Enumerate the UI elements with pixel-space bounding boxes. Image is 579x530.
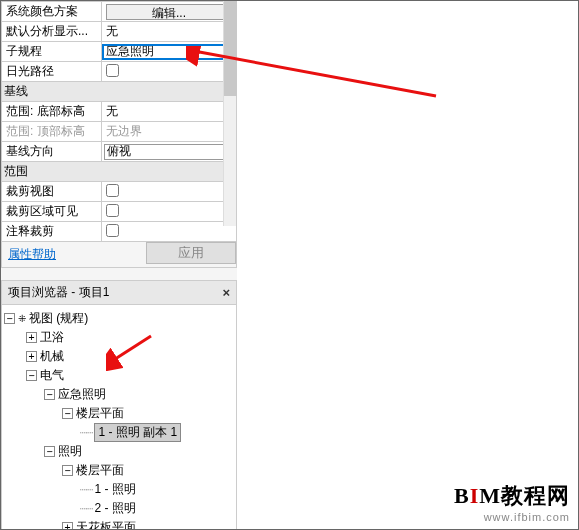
- collapse-icon[interactable]: −: [4, 313, 15, 324]
- tree-lighting[interactable]: −照明: [4, 442, 234, 461]
- properties-help-link[interactable]: 属性帮助: [2, 242, 146, 267]
- tree-plan-1[interactable]: ┈┈1 - 照明: [4, 480, 234, 499]
- expand-icon[interactable]: +: [26, 351, 37, 362]
- row-color-scheme: 系统颜色方案: [2, 2, 102, 22]
- row-sub-discipline: 子规程: [2, 42, 102, 62]
- row-crop-view: 裁剪视图: [2, 182, 102, 202]
- row-sun-path: 日光路径: [2, 62, 102, 82]
- properties-grid: 系统颜色方案 编辑... 默认分析显示... 无 子规程 日光路径 基线 范围:…: [1, 1, 237, 242]
- row-baseline-dir: 基线方向: [2, 142, 102, 162]
- collapse-icon[interactable]: −: [62, 465, 73, 476]
- anno-crop-checkbox[interactable]: [106, 224, 119, 237]
- sun-path-checkbox[interactable]: [106, 64, 119, 77]
- project-browser-header[interactable]: 项目浏览器 - 项目1 ×: [1, 280, 237, 305]
- row-bottom-elev: 范围: 底部标高: [2, 102, 102, 122]
- collapse-icon[interactable]: −: [62, 408, 73, 419]
- expand-icon[interactable]: +: [62, 522, 73, 530]
- tree-plan-copy-1[interactable]: ┈┈1 - 照明 副本 1: [4, 423, 234, 442]
- project-browser-title: 项目浏览器 - 项目1: [8, 284, 109, 301]
- crop-view-checkbox[interactable]: [106, 184, 119, 197]
- edit-color-scheme-button[interactable]: 编辑...: [106, 4, 232, 20]
- scrollbar-thumb[interactable]: [224, 1, 237, 96]
- project-browser-tree: −⁜视图 (规程) +卫浴 +机械 −电气 −应急照明 −楼层平面 ┈┈1 - …: [1, 305, 237, 530]
- row-crop-region: 裁剪区域可见: [2, 202, 102, 222]
- category-baseline[interactable]: 基线: [2, 82, 237, 102]
- collapse-icon[interactable]: −: [26, 370, 37, 381]
- tree-electrical[interactable]: −电气: [4, 366, 234, 385]
- row-top-elev: 范围: 顶部标高: [2, 122, 102, 142]
- bottom-elev-value[interactable]: 无: [102, 102, 237, 122]
- collapse-icon[interactable]: −: [44, 389, 55, 400]
- tree-views-root[interactable]: −⁜视图 (规程): [4, 309, 234, 328]
- crop-region-checkbox[interactable]: [106, 204, 119, 217]
- watermark: BIM教程网 www.ifbim.com: [454, 481, 570, 523]
- tree-mechanical[interactable]: +机械: [4, 347, 234, 366]
- close-icon[interactable]: ×: [222, 285, 230, 300]
- sub-discipline-input[interactable]: [102, 44, 236, 60]
- baseline-dir-select[interactable]: 俯视▾: [104, 144, 234, 160]
- default-display-value[interactable]: 无: [102, 22, 237, 42]
- tree-plumbing[interactable]: +卫浴: [4, 328, 234, 347]
- tree-plan-2[interactable]: ┈┈2 - 照明: [4, 499, 234, 518]
- row-default-display: 默认分析显示...: [2, 22, 102, 42]
- scrollbar-track[interactable]: [223, 1, 236, 226]
- tree-emergency-lighting[interactable]: −应急照明: [4, 385, 234, 404]
- tree-floor-plans-2[interactable]: −楼层平面: [4, 461, 234, 480]
- tree-floor-plans-1[interactable]: −楼层平面: [4, 404, 234, 423]
- row-anno-crop: 注释裁剪: [2, 222, 102, 242]
- expand-icon[interactable]: +: [26, 332, 37, 343]
- views-icon: ⁜: [18, 313, 26, 324]
- category-extents[interactable]: 范围: [2, 162, 237, 182]
- apply-button: 应用: [146, 242, 236, 264]
- tree-ceiling-plans[interactable]: +天花板平面: [4, 518, 234, 530]
- top-elev-value: 无边界: [102, 122, 237, 142]
- collapse-icon[interactable]: −: [44, 446, 55, 457]
